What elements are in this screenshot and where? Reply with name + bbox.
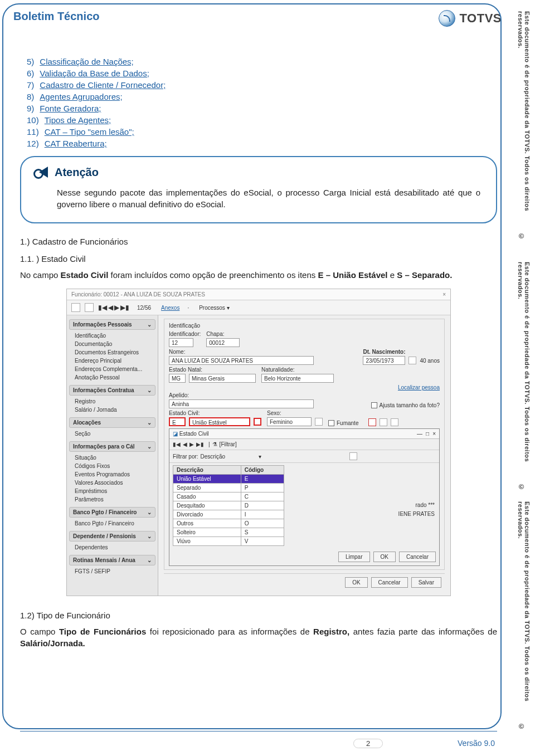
footer-separator <box>20 731 497 731</box>
dlg-ok-button[interactable]: OK <box>373 552 396 562</box>
nav-first-icon[interactable]: ▮◀ <box>98 304 107 311</box>
sidebar-item[interactable]: Parâmetros <box>75 495 154 504</box>
attach-icon[interactable] <box>380 418 387 426</box>
dt-nascimento-field[interactable]: 23/05/1973 <box>363 356 405 365</box>
dlg-nav-last-icon[interactable]: ▶▮ <box>196 441 204 447</box>
estado-natal-code[interactable]: MG <box>169 374 186 383</box>
table-row[interactable]: DesquitadoD <box>173 501 284 510</box>
sidebar-item[interactable]: Códigos Fixos <box>75 462 154 470</box>
sidebar-group: Dependente / Pensionis⌄Dependentes <box>69 531 155 553</box>
chapa-field[interactable]: 00012 <box>206 338 240 347</box>
dlg-cancelar-button[interactable]: Cancelar <box>399 552 436 562</box>
dialog-min-icon[interactable]: — <box>417 431 422 437</box>
fumante-checkbox[interactable] <box>328 420 334 426</box>
sidebar-group-header[interactable]: Banco Pgto / Financeiro⌄ <box>69 507 155 518</box>
filter-by-select[interactable]: Descrição <box>201 453 256 460</box>
sidebar-group-header[interactable]: Dependente / Pensionis⌄ <box>69 531 155 542</box>
sidebar-group-header[interactable]: Informações Contratua⌄ <box>69 385 155 396</box>
sidebar-item[interactable]: Seção <box>75 430 154 438</box>
toolbar-new-icon[interactable] <box>71 303 80 312</box>
sidebar-item[interactable]: Salário / Jornada <box>75 406 154 414</box>
sidebar-item[interactable]: Registro <box>75 397 154 406</box>
table-row[interactable]: SeparadoP <box>173 484 284 492</box>
identificador-field[interactable]: 12 <box>169 338 193 347</box>
section-1: 1.) Cadastro de Funcionários <box>20 237 497 246</box>
ajusta-foto-checkbox[interactable] <box>371 402 377 408</box>
table-row[interactable]: CasadoC <box>173 492 284 501</box>
delete-icon[interactable] <box>368 418 376 426</box>
dlg-limpar-button[interactable]: Limpar <box>338 552 370 562</box>
collapse-icon[interactable]: ⌄ <box>147 321 152 328</box>
doc-link[interactable]: Fonte Geradora; <box>40 104 101 113</box>
anexos-link[interactable]: Anexos <box>161 305 179 311</box>
doc-link[interactable]: Tipos de Agentes; <box>45 115 111 125</box>
sidebar-item[interactable]: Identificação <box>75 331 154 340</box>
nav-last-icon[interactable]: ▶▮ <box>120 304 129 311</box>
dlg-filter-icon[interactable]: ⚗ <box>212 441 217 447</box>
nome-field[interactable]: ANA LUIZA DE SOUZA PRATES <box>169 356 314 365</box>
form-salvar-button[interactable]: Salvar <box>411 577 441 588</box>
table-row[interactable]: ViúvoV <box>173 537 284 546</box>
doc-link[interactable]: Classificação de Nações; <box>40 57 133 66</box>
doc-link[interactable]: Validação da Base de Dados; <box>40 69 149 78</box>
close-icon[interactable]: × <box>442 291 446 297</box>
dialog-max-icon[interactable]: □ <box>426 431 429 437</box>
nav-next-icon[interactable]: ▶ <box>114 304 119 311</box>
page-title: Boletim Técnico <box>13 10 99 23</box>
sidebar-item[interactable]: Empréstimos <box>75 487 154 495</box>
filter-go-icon[interactable] <box>349 452 357 460</box>
sidebar-item[interactable]: Endereços Complementa... <box>75 365 154 373</box>
dialog-close-icon[interactable]: × <box>432 431 436 437</box>
estado-natal-field[interactable]: Minas Gerais <box>189 374 256 383</box>
localizar-pessoa-link[interactable]: Localizar pessoa <box>169 384 440 391</box>
collapse-icon[interactable]: ⌄ <box>147 443 152 450</box>
naturalidade-field[interactable]: Belo Horizonte <box>261 374 334 383</box>
toolbar-save-icon[interactable] <box>85 303 94 312</box>
section-1-2: 1.2) Tipo de Funcionário <box>20 611 497 620</box>
collapse-icon[interactable]: ⌄ <box>147 509 152 515</box>
estado-civil-code[interactable]: E <box>169 417 186 426</box>
doc-link[interactable]: CAT – Tipo "sem lesão"; <box>45 127 134 136</box>
estado-civil-field[interactable]: União Estável <box>189 417 250 426</box>
nav-prev-icon[interactable]: ◀ <box>108 304 113 311</box>
form-cancelar-button[interactable]: Cancelar <box>371 577 408 588</box>
photo-icon[interactable] <box>391 418 398 426</box>
sidebar-group-header[interactable]: Rotinas Mensais / Anua⌄ <box>69 555 155 565</box>
sidebar-group-header[interactable]: Alocações⌄ <box>69 417 155 428</box>
estado-civil-lookup-icon[interactable] <box>254 418 261 426</box>
sidebar-item[interactable]: Valores Associados <box>75 479 154 487</box>
collapse-icon[interactable]: ⌄ <box>147 387 152 393</box>
sidebar-item[interactable]: Documentação <box>75 340 154 348</box>
table-row[interactable]: OutrosO <box>173 519 284 528</box>
processos-menu[interactable]: Processos ▾ <box>199 305 229 311</box>
dlg-nav-first-icon[interactable]: ▮◀ <box>173 441 181 447</box>
table-row[interactable]: DivorciadoI <box>173 510 284 519</box>
dlg-filter-link[interactable]: [Filtrar] <box>220 441 237 447</box>
form-ok-button[interactable]: OK <box>345 577 367 588</box>
sidebar-item[interactable]: FGTS / SEFIP <box>75 567 154 575</box>
collapse-icon[interactable]: ⌄ <box>147 420 152 426</box>
sexo-field[interactable]: Feminino <box>267 417 312 426</box>
apelido-field[interactable]: Aninha <box>169 399 314 408</box>
calendar-icon[interactable] <box>408 357 416 364</box>
sidebar-item[interactable]: Documentos Estrangeiros <box>75 348 154 357</box>
doc-link[interactable]: Agentes Agrupadores; <box>40 92 122 101</box>
sexo-lookup-icon[interactable] <box>315 418 323 426</box>
sidebar-item[interactable]: Situação <box>75 453 154 462</box>
sidebar-item[interactable]: Endereço Principal <box>75 357 154 365</box>
collapse-icon[interactable]: ⌄ <box>147 557 152 563</box>
sidebar-item[interactable]: Banco Pgto / Financeiro <box>75 519 154 528</box>
sidebar-item[interactable]: Eventos Programados <box>75 470 154 479</box>
collapse-icon[interactable]: ⌄ <box>147 533 152 539</box>
sidebar-item[interactable]: Dependentes <box>75 543 154 552</box>
sidebar-item[interactable]: Anotação Pessoal <box>75 373 154 382</box>
estado-civil-table[interactable]: DescriçãoCódigoUnião EstávelESeparadoPCa… <box>173 465 284 546</box>
dlg-nav-next-icon[interactable]: ▶ <box>189 441 194 447</box>
dlg-nav-prev-icon[interactable]: ◀ <box>183 441 187 447</box>
doc-link[interactable]: CAT Reabertura; <box>45 139 107 148</box>
doc-link[interactable]: Cadastro de Cliente / Fornecedor; <box>40 80 166 90</box>
sidebar-group-header[interactable]: Informações para o Cál⌄ <box>69 441 155 452</box>
table-row[interactable]: SolteiroS <box>173 528 284 537</box>
sidebar-group-header[interactable]: Informações Pessoais⌄ <box>69 319 155 330</box>
table-row[interactable]: União EstávelE <box>173 475 284 484</box>
